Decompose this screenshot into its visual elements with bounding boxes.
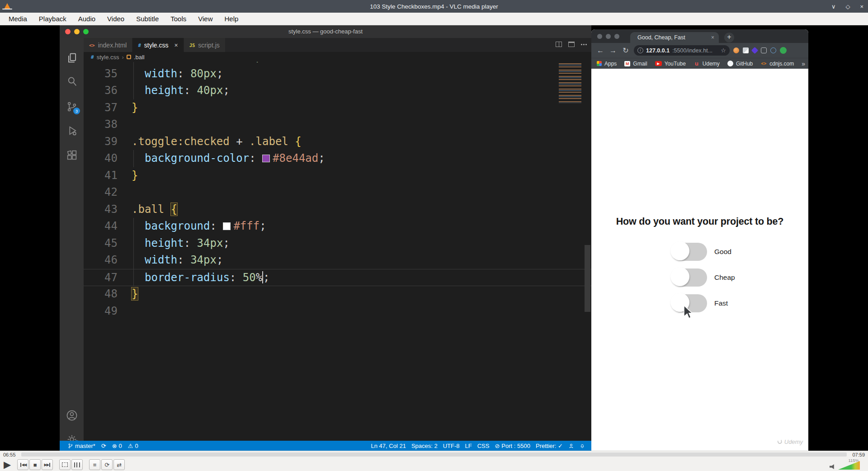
more-actions-icon[interactable] [581,44,582,45]
fullscreen-button[interactable] [59,459,71,470]
video-frame[interactable]: style.css — good-cheap-fast 3 [0,25,868,451]
account-icon[interactable] [66,409,78,422]
code-line[interactable]: 38 [84,116,591,133]
status-item-sync[interactable]: ⟳ [101,443,106,449]
code-line[interactable]: 40background-color: #8e44ad; [84,150,591,167]
menu-help[interactable]: Help [219,15,245,23]
extensions-icon[interactable] [66,149,78,161]
source-control-icon[interactable]: 3 [66,100,78,113]
search-icon[interactable] [66,75,78,88]
stop-button[interactable]: ■ [29,459,41,470]
tab-script.js[interactable]: JSscript.js [184,38,226,52]
status-item-ln-47-col-21[interactable]: Ln 47, Col 21 [371,443,406,449]
reload-icon[interactable]: ↻ [621,46,630,55]
status-item-0[interactable]: ⊗0 [112,443,122,449]
status-item-port-5500[interactable]: ⊘Port : 5500 [495,443,530,449]
loop-button[interactable]: ⟳ [101,459,113,470]
bookmark-github[interactable]: GitHub [727,61,753,67]
code-line[interactable]: 42 [84,184,591,201]
address-bar[interactable]: i 127.0.0.1 :5500/index.ht... ☆ [634,45,730,56]
bookmark-star-icon[interactable]: ☆ [721,47,726,54]
menu-video[interactable]: Video [101,15,130,23]
previous-button[interactable]: ◀◀ [17,459,28,470]
purple-extension-icon[interactable] [751,47,759,54]
code-line[interactable]: 37} [84,99,591,117]
toggle-switch-good[interactable] [671,243,707,261]
profile-avatar[interactable] [780,47,787,54]
code-editor[interactable]: 34border-radius: 50px;35width: 80px;36he… [84,62,591,441]
color-swatch[interactable] [262,155,270,162]
status-item-lf[interactable]: LF [465,443,472,449]
bell-icon [580,443,585,449]
status-item-spaces-2[interactable]: Spaces: 2 [411,443,438,449]
code-line[interactable]: 35width: 80px; [84,66,591,83]
status-item-utf-8[interactable]: UTF-8 [443,443,460,449]
code-line[interactable]: 36height: 40px; [84,82,591,99]
code-line[interactable]: 49 [84,303,591,320]
status-item-css[interactable]: CSS [477,443,490,449]
breadcrumb-file[interactable]: style.css [97,54,119,61]
browser-minimize-light[interactable] [606,34,611,39]
breadcrumb[interactable]: # style.css › .ball [84,52,591,62]
circle-extension-icon[interactable] [770,47,776,53]
playlist-button[interactable]: ≡ [89,459,100,470]
speaker-icon[interactable] [830,464,835,469]
extended-settings-button[interactable] [71,459,83,470]
bookmark-apps[interactable]: Apps [597,61,617,67]
menu-playback[interactable]: Playback [33,15,72,23]
browser-close-light[interactable] [597,34,602,39]
window-minimize-button[interactable]: ∨ [831,3,836,10]
bookmark-youtube[interactable]: ▶YouTube [655,61,686,67]
window-close-button[interactable]: × [860,3,863,10]
random-button[interactable]: ⇄ [113,459,125,470]
color-swatch[interactable] [223,222,231,230]
status-item-account[interactable] [568,443,574,449]
toggle-switch-cheap[interactable] [671,268,707,287]
new-tab-button[interactable]: + [724,33,734,42]
code-line[interactable]: 48} [84,286,591,303]
site-info-icon[interactable]: i [637,47,643,53]
seek-bar[interactable] [21,452,847,457]
forward-icon[interactable]: → [609,47,618,55]
code-line[interactable]: 45height: 34px; [84,235,591,252]
menu-subtitle[interactable]: Subtitle [130,15,165,23]
tab-close-icon[interactable]: × [711,34,714,41]
next-button[interactable]: ▶▶ [42,459,53,470]
status-item-0[interactable]: ⚠0 [128,443,138,449]
bookmarks-overflow-icon[interactable]: » [802,60,805,67]
tab-style.css[interactable]: #style.css× [132,38,184,52]
window-maximize-button[interactable]: ◇ [845,3,850,10]
code-line[interactable]: 47border-radius: 50%; [84,269,591,286]
play-button[interactable]: ▶ [4,459,11,471]
explorer-icon[interactable] [66,52,78,64]
code-line[interactable]: 39.toggle:checked + .label { [84,133,591,151]
bookmark-cdnjs-com[interactable]: <>cdnjs.com [760,61,794,67]
code-line[interactable]: 46width: 34px; [84,252,591,269]
bookmark-udemy[interactable]: uUdemy [693,61,720,67]
tab-close-icon[interactable]: × [174,42,178,49]
code-line[interactable]: 43.ball { [84,201,591,218]
bookmark-gmail[interactable]: MGmail [624,61,647,67]
breadcrumb-symbol[interactable]: .ball [134,54,145,61]
split-editor-icon[interactable] [556,42,562,47]
tab-index.html[interactable]: <>index.html [84,38,132,52]
browser-tab[interactable]: Good, Cheap, Fast × [630,32,719,43]
marker-extension-icon[interactable] [743,47,749,53]
menu-view[interactable]: View [192,15,218,23]
status-item-prettier-[interactable]: Prettier: ✓ [536,443,563,449]
run-debug-icon[interactable] [66,124,78,137]
menu-tools[interactable]: Tools [165,15,192,23]
status-item-bell[interactable] [580,443,585,449]
toggle-layout-icon[interactable] [568,42,575,47]
vscode-window: style.css — good-cheap-fast 3 [60,25,591,451]
code-line[interactable]: 41} [84,167,591,184]
menu-media[interactable]: Media [3,15,33,23]
code-line[interactable]: 44background: #fff; [84,218,591,235]
menu-audio[interactable]: Audio [72,15,101,23]
status-item-master-[interactable]: master* [68,443,95,449]
back-icon[interactable]: ← [596,47,605,55]
browser-maximize-light[interactable] [614,34,619,39]
volume-cluster[interactable]: 115% [830,459,860,471]
puzzle-extensions-icon[interactable] [761,47,767,53]
orange-extension-icon[interactable] [733,47,739,53]
